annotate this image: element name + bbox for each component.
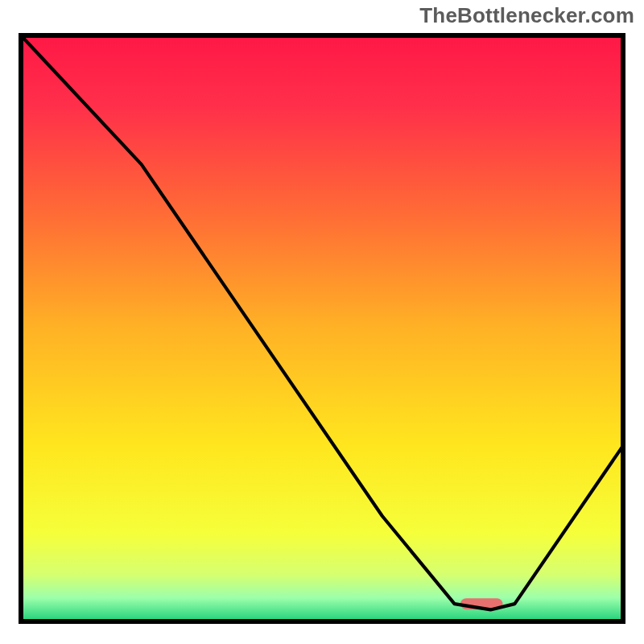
bottleneck-chart <box>16 31 628 626</box>
watermark-text: TheBottlenecker.com <box>419 3 634 28</box>
chart-background <box>21 35 623 621</box>
chart-svg <box>16 31 628 626</box>
